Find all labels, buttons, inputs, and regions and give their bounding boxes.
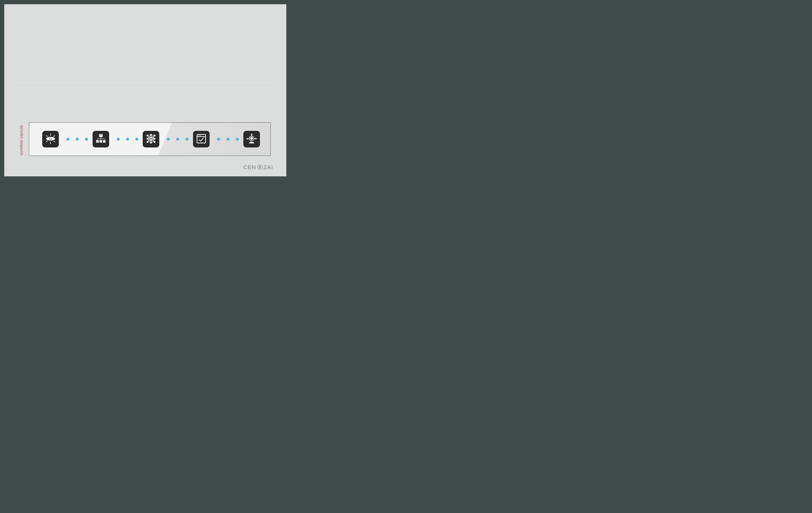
- svg-rect-15: [97, 139, 98, 140]
- workflow-step-validate: [193, 131, 209, 147]
- connector-dots: [217, 138, 239, 141]
- svg-point-47: [150, 139, 152, 141]
- neural-network-icon: [145, 133, 157, 145]
- svg-line-4: [46, 141, 48, 142]
- hierarchy-icon: [95, 133, 107, 145]
- svg-rect-62: [254, 138, 256, 139]
- svg-point-54: [198, 135, 199, 136]
- connector-dots: [167, 138, 188, 141]
- svg-rect-12: [103, 140, 106, 143]
- svg-marker-61: [256, 138, 257, 140]
- eye-icon: [45, 133, 56, 145]
- slide: workflow capsule: [4, 4, 286, 176]
- connector-dots: [117, 138, 138, 141]
- svg-rect-60: [248, 138, 249, 139]
- svg-point-45: [150, 134, 152, 136]
- brand-name-left: CEN: [243, 164, 256, 171]
- workflow-step-distribute: [243, 131, 260, 147]
- leaf-circle-icon: [257, 165, 263, 170]
- workflow-step-observe: [42, 131, 59, 147]
- workflow-step-organize: [93, 131, 109, 147]
- svg-rect-17: [104, 139, 105, 140]
- svg-rect-9: [99, 135, 103, 135]
- svg-point-46: [150, 137, 152, 138]
- svg-point-44: [147, 141, 148, 143]
- svg-line-3: [54, 136, 55, 137]
- svg-marker-59: [246, 138, 248, 140]
- connector-dots: [66, 138, 88, 141]
- svg-point-63: [250, 137, 253, 140]
- presentation-frame: workflow capsule: [0, 0, 291, 181]
- brand-name-right: ZAI: [263, 164, 273, 171]
- svg-point-7: [50, 138, 51, 139]
- svg-marker-57: [251, 134, 253, 135]
- checked-window-icon: [196, 133, 207, 145]
- svg-point-51: [154, 141, 155, 143]
- faded-body-area: [16, 83, 271, 97]
- workflow-capsule: [29, 122, 271, 156]
- workflow-capsule-label: workflow capsule: [19, 125, 24, 155]
- svg-rect-11: [99, 140, 102, 143]
- faded-headline-area: [16, 68, 270, 80]
- svg-rect-13: [100, 137, 101, 139]
- distribute-person-icon: [246, 133, 257, 145]
- svg-point-55: [199, 135, 200, 136]
- brand-logo: CEN ZAI: [243, 164, 273, 171]
- svg-rect-8: [99, 134, 103, 137]
- svg-point-50: [154, 138, 155, 140]
- svg-line-5: [54, 141, 55, 142]
- workflow-step-model: [143, 131, 159, 147]
- svg-point-56: [200, 135, 201, 136]
- svg-line-2: [46, 136, 48, 137]
- svg-rect-16: [100, 139, 101, 140]
- svg-point-48: [150, 142, 152, 143]
- svg-rect-10: [96, 140, 99, 143]
- svg-point-43: [147, 138, 148, 140]
- svg-point-42: [147, 135, 148, 136]
- svg-point-49: [154, 135, 155, 136]
